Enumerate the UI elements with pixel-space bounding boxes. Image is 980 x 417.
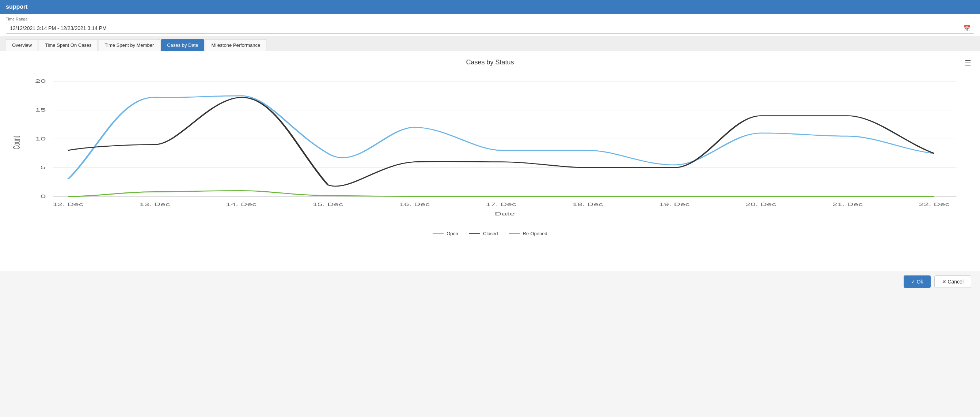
main-content: Cases by Status ☰ 20 15 10 5 0 Count 12.…	[0, 51, 980, 271]
footer-bar: ✓ Ok ✕ Cancel	[0, 271, 980, 292]
time-range-section: Time Range 📅	[0, 14, 980, 36]
svg-text:22. Dec: 22. Dec	[919, 202, 950, 207]
chart-title: Cases by Status	[9, 59, 971, 66]
legend-closed-line	[469, 233, 480, 234]
legend-closed: Closed	[469, 231, 498, 236]
ok-button[interactable]: ✓ Ok	[904, 275, 931, 288]
legend-reopened-line	[509, 233, 520, 234]
svg-text:5: 5	[41, 165, 46, 170]
time-range-input[interactable]	[6, 23, 974, 34]
svg-text:19. Dec: 19. Dec	[659, 202, 690, 207]
tabs-bar: Overview Time Spent On Cases Time Spent …	[0, 36, 980, 51]
tab-time-spent-on-cases[interactable]: Time Spent On Cases	[39, 39, 97, 51]
cancel-button[interactable]: ✕ Cancel	[934, 275, 971, 288]
chart-svg: 20 15 10 5 0 Count 12. Dec 13. Dec 14. D…	[9, 73, 971, 227]
cancel-label: ✕ Cancel	[942, 279, 964, 284]
svg-text:Date: Date	[495, 211, 515, 217]
legend-open-line	[433, 233, 444, 234]
app-title: support	[6, 4, 28, 10]
hamburger-menu-icon[interactable]: ☰	[965, 59, 971, 67]
chart-legend: Open Closed Re-Opened	[9, 231, 971, 236]
time-range-label: Time Range	[6, 17, 974, 21]
tab-overview[interactable]: Overview	[6, 39, 38, 51]
tab-time-spent-by-member[interactable]: Time Spent by Member	[99, 39, 161, 51]
svg-text:Count: Count	[11, 136, 22, 150]
svg-text:15. Dec: 15. Dec	[312, 202, 343, 207]
ok-label: ✓ Ok	[911, 279, 923, 284]
legend-open-label: Open	[447, 231, 458, 236]
svg-text:12. Dec: 12. Dec	[52, 202, 83, 207]
svg-text:0: 0	[41, 193, 46, 199]
svg-text:14. Dec: 14. Dec	[226, 202, 256, 207]
svg-text:18. Dec: 18. Dec	[573, 202, 603, 207]
tab-milestone-performance[interactable]: Milestone Performance	[205, 39, 266, 51]
app-header: support	[0, 0, 980, 14]
svg-text:20: 20	[35, 78, 46, 84]
svg-text:21. Dec: 21. Dec	[832, 202, 863, 207]
legend-open: Open	[433, 231, 458, 236]
legend-closed-label: Closed	[483, 231, 498, 236]
chart-area: 20 15 10 5 0 Count 12. Dec 13. Dec 14. D…	[9, 73, 971, 227]
svg-text:10: 10	[35, 136, 46, 141]
calendar-icon[interactable]: 📅	[963, 25, 970, 32]
legend-reopened: Re-Opened	[509, 231, 547, 236]
svg-text:16. Dec: 16. Dec	[399, 202, 430, 207]
tab-cases-by-date[interactable]: Cases by Date	[161, 39, 204, 51]
svg-text:17. Dec: 17. Dec	[486, 202, 517, 207]
svg-text:20. Dec: 20. Dec	[746, 202, 776, 207]
svg-text:13. Dec: 13. Dec	[139, 202, 170, 207]
svg-text:15: 15	[35, 107, 46, 113]
legend-reopened-label: Re-Opened	[523, 231, 547, 236]
